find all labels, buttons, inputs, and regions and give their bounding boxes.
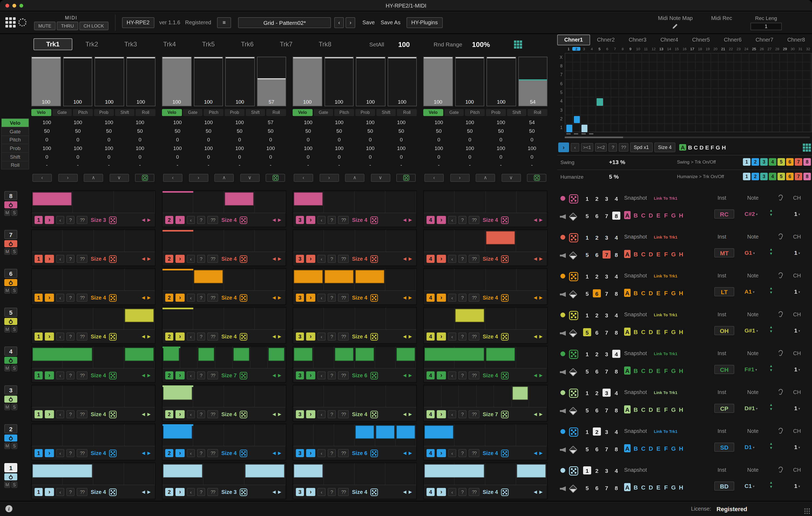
step-grid[interactable] (424, 269, 547, 291)
param-value-shift[interactable]: 0 (516, 152, 547, 161)
step-cell[interactable] (32, 464, 92, 478)
track-random-dice[interactable] (569, 233, 578, 242)
group-random-loop-button[interactable]: ?? (469, 333, 480, 341)
param-value-pitch[interactable]: 0 (293, 135, 324, 144)
listen-icon[interactable] (778, 388, 784, 396)
track-power-button[interactable] (4, 318, 17, 325)
swing-trk-3-toggle[interactable]: 3 (760, 158, 768, 166)
snapshot-slot-A[interactable]: A (624, 444, 631, 452)
step-cell[interactable] (269, 347, 285, 361)
pattern-slot-3[interactable]: 3 (603, 194, 611, 203)
step-grid[interactable] (293, 346, 416, 369)
step-cell[interactable] (163, 347, 179, 361)
pattern-slot-7[interactable]: 7 (603, 250, 611, 259)
step-grid[interactable] (32, 346, 155, 369)
snapshot-slot-G[interactable]: G (671, 290, 676, 296)
group-random-dice[interactable] (371, 488, 378, 496)
track-power-button[interactable] (4, 201, 17, 208)
note-down-button[interactable]: ▼ (770, 213, 773, 217)
param-tab-roll[interactable]: Roll (136, 109, 155, 116)
snapshot-slot-G[interactable]: G (671, 251, 676, 257)
menu-button[interactable]: ≡ (217, 17, 231, 28)
step-grid[interactable] (163, 463, 286, 485)
group-random-once-button[interactable]: ? (328, 410, 336, 418)
group-random-dice[interactable] (109, 216, 117, 224)
track-number[interactable]: 2 (4, 424, 17, 433)
note-up-button[interactable]: ▲ (770, 286, 773, 291)
param-lower-button[interactable]: ∨ (240, 174, 259, 182)
pattern-slot-5[interactable]: 5 (583, 406, 591, 414)
group-random-dice[interactable] (240, 372, 248, 379)
group-number[interactable]: 1 (34, 371, 42, 380)
ch-value[interactable]: 1 (794, 211, 798, 217)
param-value-shift[interactable]: 0 (355, 152, 386, 161)
snapshot-slot-H[interactable]: H (679, 367, 684, 374)
group-shift-arrows[interactable]: ◀ ▶ (534, 217, 544, 222)
step-cell[interactable] (194, 270, 223, 283)
midi-rec-button[interactable]: Midi Rec (711, 15, 732, 21)
eraser-icon[interactable] (569, 484, 577, 493)
group-play-button[interactable]: › (175, 410, 185, 418)
group-number[interactable]: 4 (427, 255, 435, 263)
note-grid[interactable] (565, 53, 812, 132)
snapshot-slot-E[interactable]: E (656, 367, 661, 374)
velocity-slider[interactable]: 54 (518, 57, 547, 106)
track-power-button[interactable] (4, 279, 17, 286)
grid-play-button[interactable]: › (558, 143, 569, 152)
group-random-dice[interactable] (501, 216, 509, 224)
pattern-slot-4[interactable]: 4 (612, 350, 620, 358)
ch-dropdown-arrow[interactable]: ▾ (799, 367, 800, 371)
group-play-button[interactable]: › (306, 216, 315, 224)
inst-value[interactable]: OH (714, 326, 734, 335)
pattern-slot-1[interactable]: 1 (583, 389, 591, 397)
group-number[interactable]: 3 (296, 294, 304, 302)
param-tab-velo[interactable]: Velo (31, 109, 51, 116)
param-value-velo[interactable]: 54 (516, 118, 547, 127)
channel-tab-chner2[interactable]: Chner2 (590, 34, 622, 45)
pattern-slot-2[interactable]: 2 (593, 350, 601, 358)
listen-icon[interactable] (778, 272, 784, 279)
listen-icon[interactable] (778, 466, 784, 473)
param-random-dice[interactable] (135, 174, 154, 182)
snapshot-slot-A[interactable]: A (624, 366, 631, 374)
note-down-button[interactable]: ▼ (770, 329, 773, 334)
group-number[interactable]: 4 (427, 410, 435, 418)
param-value-roll[interactable]: - (255, 161, 286, 170)
step-cell[interactable] (355, 270, 384, 283)
param-value-gate[interactable]: 50 (355, 127, 386, 135)
track-tab-trk2[interactable]: Trk2 (72, 38, 111, 50)
param-step-right-button[interactable]: › (450, 174, 469, 182)
ch-dropdown-arrow[interactable]: ▾ (799, 328, 800, 332)
group-random-loop-button[interactable]: ?? (338, 333, 349, 341)
group-size-label[interactable]: Size 4 (91, 450, 106, 456)
param-value-shift[interactable]: 0 (62, 152, 93, 161)
param-value-roll[interactable]: - (516, 161, 547, 170)
pattern-slot-6[interactable]: 6 (593, 445, 601, 453)
step-grid[interactable] (163, 230, 286, 252)
resize-grip[interactable] (804, 508, 810, 514)
snapshot-slot-H[interactable]: H (679, 212, 684, 218)
rec-leng-value[interactable]: 1 (750, 22, 782, 30)
track-random-dice[interactable] (569, 427, 578, 437)
group-random-once-button[interactable]: ? (458, 488, 466, 496)
snapshot-slot-C[interactable]: C (641, 367, 646, 374)
group-size-label[interactable]: Size 4 (352, 489, 368, 495)
group-prev-button[interactable]: ‹ (317, 449, 325, 457)
group-random-once-button[interactable]: ? (197, 488, 205, 496)
group-prev-button[interactable]: ‹ (56, 294, 64, 302)
step-cell[interactable] (396, 347, 415, 361)
group-size-label[interactable]: Size 4 (352, 217, 368, 223)
step-cell[interactable] (355, 425, 374, 439)
group-random-once-button[interactable]: ? (328, 216, 336, 224)
group-random-once-button[interactable]: ? (458, 294, 466, 302)
eraser-icon[interactable] (569, 290, 577, 299)
velocity-slider[interactable]: 100 (194, 57, 223, 106)
group-play-button[interactable]: › (437, 488, 446, 496)
param-row-shift[interactable]: Shift (1, 152, 29, 161)
snapshot-slot-D[interactable]: D (648, 445, 653, 452)
param-lower-button[interactable]: ∨ (501, 174, 521, 182)
link-to-trk-button[interactable]: Link To Trk1 (654, 312, 677, 317)
step-grid[interactable] (163, 346, 286, 369)
param-row-velo[interactable]: Velo (1, 118, 29, 127)
group-shift-arrows[interactable]: ◀ ▶ (142, 412, 152, 417)
